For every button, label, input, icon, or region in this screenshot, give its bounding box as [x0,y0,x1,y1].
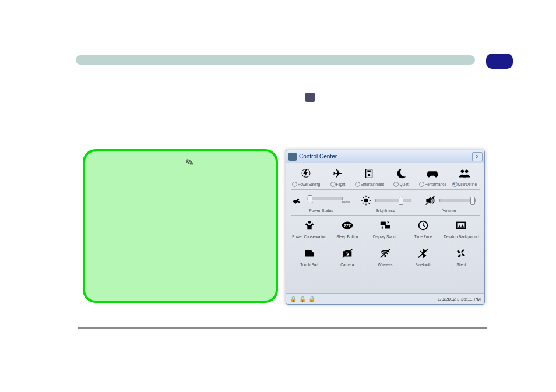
clock-icon [405,218,442,232]
header-bar [76,55,475,65]
picture-icon [443,218,480,232]
volume-slider[interactable] [439,199,476,202]
svg-point-5 [364,199,368,203]
datetime-label: 1/3/2012 3:36:11 PM [438,296,481,302]
speaker-mute-icon [424,195,438,206]
sleep-button[interactable]: ZZZ Sleep Button [329,218,365,241]
bluetooth-off-icon [405,246,442,260]
svg-point-28 [384,255,386,257]
mode-flight[interactable]: ✈ Flight [322,165,353,187]
media-icon [354,165,385,182]
mode-quiet[interactable]: Quiet [386,165,416,187]
airplane-icon: ✈ [322,165,353,182]
svg-point-31 [460,252,463,255]
lock-icon-1: 🔒 [290,296,297,302]
svg-point-1 [368,174,371,176]
svg-rect-2 [367,171,371,172]
divider-3 [291,243,480,243]
window-title: Control Center [299,153,337,160]
power-slider[interactable] [307,197,343,200]
mode-powersaving[interactable]: PowerSaving [291,165,321,187]
svg-rect-18 [381,222,386,225]
moon-icon [386,165,416,182]
svg-rect-24 [457,223,466,229]
slider-row: 0%100% Power Status Brightness [291,193,480,213]
svg-point-15 [308,221,311,224]
divider-1 [291,189,480,190]
brightness-slider[interactable] [375,199,411,202]
app-icon [288,153,297,161]
svg-line-13 [368,197,370,198]
util-row-1: Power Conservation ZZZ Sleep Button Disp… [291,218,480,241]
wifi-off-icon [367,246,403,260]
mode-entertainment[interactable]: Entertainment [354,165,385,187]
gamepad-icon [417,165,448,182]
desktop-background-button[interactable]: Desktop Background [443,218,480,241]
wireless-button[interactable]: Wireless [367,246,403,269]
svg-text:ZZZ: ZZZ [344,224,351,228]
divider-2 [291,215,480,216]
note-box: ✎ [83,149,278,303]
svg-point-3 [460,170,464,174]
svg-line-12 [363,203,364,204]
mode-row: PowerSaving ✈ Flight Entertainment Quiet [291,165,480,187]
lock-icon-3: 🔒 [308,296,315,302]
brightness: Brightness [355,193,416,213]
control-body: PowerSaving ✈ Flight Entertainment Quiet [286,163,484,270]
mode-performance[interactable]: Performance [417,165,448,187]
camera-button[interactable]: Camera [329,246,365,269]
separator-line [78,327,487,329]
svg-rect-19 [385,225,390,228]
status-bar: 🔒 🔒 🔒 1/3/2012 3:36:11 PM [286,293,484,304]
power-status: 0%100% Power Status [291,193,351,213]
pen-icon: ✎ [184,155,195,169]
close-button[interactable]: x [472,152,483,161]
svg-point-4 [465,170,469,174]
mode-userdefine[interactable]: UserDefine [449,165,480,187]
inline-icon [305,93,315,102]
power-conservation-button[interactable]: Power Conservation [291,218,328,241]
blue-badge [486,54,513,69]
display-switch-button[interactable]: Display Switch [367,218,403,241]
displays-icon [367,218,403,232]
bluetooth-button[interactable]: Bluetooth [405,246,442,269]
lock-icon-2: 🔒 [299,296,306,302]
touch-pad-button[interactable]: Touch Pad [291,246,328,269]
svg-line-11 [368,203,370,204]
util-row-2: Touch Pad Camera Wireless Bluetooth [291,246,480,269]
person-arms-icon [291,218,328,232]
plug-icon [291,195,305,206]
zzz-icon: ZZZ [329,218,365,232]
touchpad-icon [291,246,328,260]
volume: Volume [419,193,480,213]
users-icon [449,165,480,182]
fan-icon [443,246,480,260]
title-bar[interactable]: Control Center x [286,150,484,163]
svg-line-10 [363,197,364,198]
silent-button[interactable]: Silent [443,246,480,269]
camera-off-icon [329,246,365,260]
lightning-icon [291,165,321,182]
control-center-window: Control Center x PowerSaving ✈ Flight En… [286,150,485,305]
bulb-icon [360,195,374,206]
time-zone-button[interactable]: Time Zone [405,218,442,241]
